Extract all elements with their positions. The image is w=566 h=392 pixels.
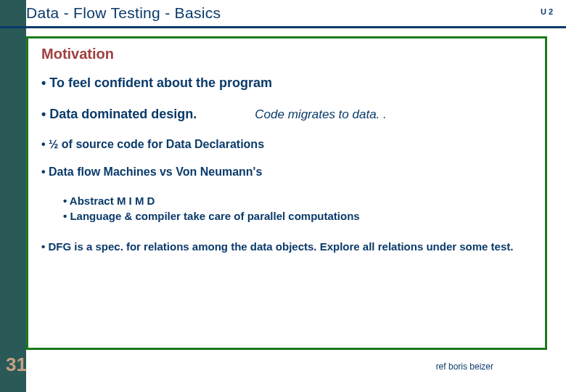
bullet-data-dominated: • Data dominated design. [41,107,197,122]
unit-tag: U 2 [541,7,553,16]
sub-bullet-list: • Abstract M I M D • Language & compiler… [63,193,532,224]
page-number: 31 [6,354,27,376]
header-divider [0,26,566,28]
bullet-dataflow-machines: • Data flow Machines vs Von Neumann's [41,166,532,179]
bullet-dfg-spec: • DFG is a spec. for relations among the… [41,240,532,254]
bullet-half-source: • ½ of source code for Data Declarations [41,138,532,151]
sub-bullet-compiler: • Language & compiler take care of paral… [63,208,532,224]
bullet-data-dominated-row: • Data dominated design. Code migrates t… [41,107,532,122]
slide-title: Data - Flow Testing - Basics [26,4,221,22]
section-subhead: Motivation [41,46,532,62]
bullet-confident: • To feel confident about the program [41,75,532,91]
content-box: Motivation • To feel confident about the… [26,36,547,350]
left-stripe [0,0,26,392]
footer-reference: ref boris beizer [436,362,493,372]
sub-bullet-mimd: • Abstract M I M D [63,193,532,208]
aside-code-migrates: Code migrates to data. . [255,107,386,122]
